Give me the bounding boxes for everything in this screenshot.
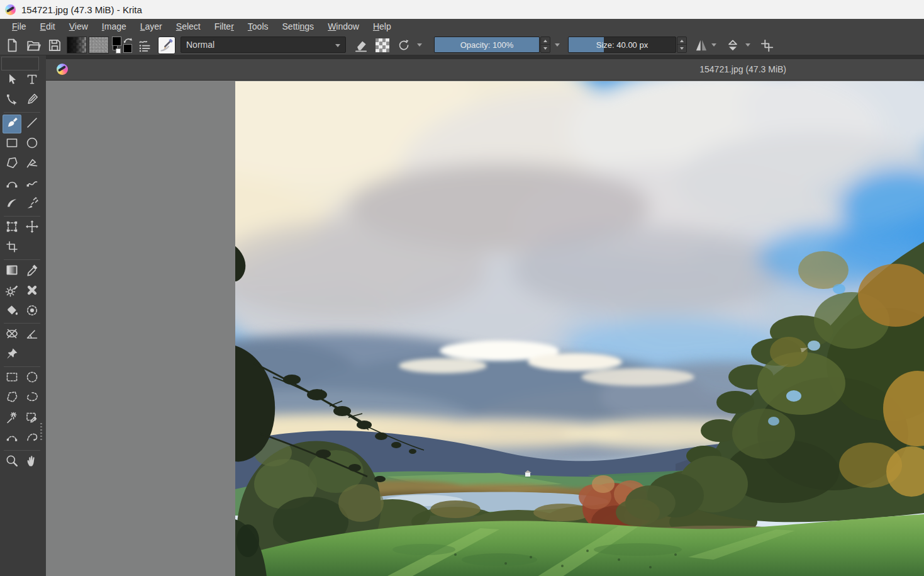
tool-assistants[interactable] bbox=[3, 325, 21, 344]
tool-text[interactable] bbox=[23, 71, 42, 90]
menu-edit[interactable]: Edit bbox=[33, 19, 62, 35]
menu-layer[interactable]: Layer bbox=[133, 19, 169, 35]
opacity-spin-up[interactable] bbox=[541, 37, 550, 45]
save-button[interactable] bbox=[47, 37, 63, 54]
size-spin-down[interactable] bbox=[677, 45, 686, 52]
tool-freehand-path[interactable] bbox=[23, 175, 42, 194]
foreground-background-colors[interactable] bbox=[111, 37, 133, 54]
mirror-vertical-button[interactable] bbox=[723, 37, 742, 54]
tool-dynamic-brush[interactable] bbox=[3, 195, 21, 214]
menu-tools[interactable]: Tools bbox=[241, 19, 276, 35]
tool-measure[interactable] bbox=[23, 325, 42, 344]
tool-select-shapes[interactable] bbox=[3, 71, 21, 90]
tool-gradient[interactable] bbox=[3, 262, 21, 281]
document-tab-bar: 154721.jpg (47.3 MiB) bbox=[46, 59, 924, 80]
move-icon bbox=[25, 220, 39, 236]
menu-filter[interactable]: Filter bbox=[208, 19, 241, 35]
tool-ellipse[interactable] bbox=[23, 135, 42, 154]
open-document-button[interactable] bbox=[25, 37, 42, 54]
opacity-spinner[interactable] bbox=[540, 37, 550, 53]
menu-window[interactable]: Window bbox=[321, 19, 366, 35]
brush-preset-button[interactable] bbox=[158, 37, 175, 54]
menu-help[interactable]: Help bbox=[366, 19, 398, 35]
gradient-swatch-button[interactable] bbox=[67, 37, 87, 54]
toolbox-group-separator bbox=[4, 323, 40, 324]
brush-settings-button[interactable] bbox=[136, 37, 153, 54]
size-spin-up[interactable] bbox=[677, 37, 686, 45]
tool-magnetic-select[interactable] bbox=[23, 429, 42, 448]
tool-rectangle[interactable] bbox=[3, 135, 21, 154]
reset-colors-white[interactable] bbox=[116, 48, 121, 54]
reload-preset-button[interactable] bbox=[396, 37, 412, 54]
tool-fill[interactable] bbox=[3, 302, 21, 321]
menu-file[interactable]: File bbox=[5, 19, 33, 35]
tool-ellipse-select[interactable] bbox=[23, 369, 42, 388]
bezier-select-icon bbox=[5, 431, 19, 447]
tool-zoom[interactable] bbox=[3, 453, 21, 472]
pattern-swatch-button[interactable] bbox=[89, 37, 109, 54]
brush-size-slider[interactable]: Size: 40.00 px bbox=[568, 37, 676, 53]
tool-pan[interactable] bbox=[23, 453, 42, 472]
tool-move[interactable] bbox=[23, 218, 42, 237]
polygon-icon bbox=[5, 156, 19, 172]
polygon-select-icon bbox=[5, 390, 19, 407]
brush-size-slider-label: Size: 40.00 px bbox=[569, 37, 676, 52]
tool-edit-shapes[interactable] bbox=[3, 91, 21, 110]
menu-view[interactable]: View bbox=[62, 19, 95, 35]
tool-polygon-select[interactable] bbox=[3, 389, 21, 408]
chevron-down-icon bbox=[335, 44, 340, 47]
opacity-slider[interactable]: Opacity: 100% bbox=[434, 37, 540, 53]
wrap-around-mode-button[interactable] bbox=[758, 37, 776, 54]
preserve-alpha-button[interactable] bbox=[376, 38, 389, 52]
toolbox-docker-header[interactable] bbox=[1, 57, 39, 71]
mirror-v-icon bbox=[725, 38, 740, 53]
reload-preset-chevron-icon[interactable] bbox=[417, 43, 422, 47]
menu-image[interactable]: Image bbox=[95, 19, 133, 35]
mirror-horizontal-chevron-icon[interactable] bbox=[711, 43, 716, 47]
brush-size-spinner[interactable] bbox=[677, 37, 687, 53]
foreground-color-swatch[interactable] bbox=[112, 37, 121, 46]
tool-bezier-curve[interactable] bbox=[3, 175, 21, 194]
menu-settings[interactable]: Settings bbox=[276, 19, 321, 35]
rectangle-icon bbox=[5, 136, 19, 152]
opacity-chevron-icon[interactable] bbox=[555, 43, 560, 47]
tool-contiguous-select[interactable] bbox=[3, 409, 21, 428]
tool-polyline[interactable] bbox=[23, 155, 42, 174]
tool-calligraphy[interactable] bbox=[23, 91, 42, 110]
mirror-vertical-chevron-icon[interactable] bbox=[745, 43, 750, 47]
tool-enclose-fill[interactable] bbox=[23, 302, 42, 321]
freehand-select-icon bbox=[25, 390, 39, 407]
tool-multibrush[interactable] bbox=[23, 195, 42, 214]
color-sampler-icon bbox=[25, 263, 39, 280]
docker-resize-grip[interactable] bbox=[40, 423, 42, 441]
tool-rect-select[interactable] bbox=[3, 369, 21, 388]
tool-line[interactable] bbox=[23, 115, 42, 133]
tool-bezier-select[interactable] bbox=[3, 429, 21, 448]
brush-settings-icon bbox=[137, 38, 152, 53]
tool-polygon[interactable] bbox=[3, 155, 21, 174]
krita-window: 154721.jpg (47.3 MiB) - Krita FileEditVi… bbox=[0, 0, 924, 576]
tool-smart-patch[interactable] bbox=[23, 282, 42, 301]
tool-colorize-mask[interactable] bbox=[3, 282, 21, 301]
tool-color-sampler[interactable] bbox=[23, 262, 42, 281]
mirror-horizontal-button[interactable] bbox=[693, 37, 710, 54]
tool-crop[interactable] bbox=[3, 239, 21, 257]
swap-colors-icon[interactable] bbox=[123, 36, 133, 45]
canvas-scroll-area bbox=[46, 80, 924, 576]
tool-similar-select[interactable] bbox=[23, 409, 42, 428]
canvas-image[interactable] bbox=[235, 81, 924, 576]
assistants-icon bbox=[5, 327, 19, 343]
background-color-swatch[interactable] bbox=[123, 44, 132, 53]
toolbox-group-separator bbox=[4, 112, 40, 113]
tool-transform[interactable] bbox=[3, 218, 21, 237]
menu-select[interactable]: Select bbox=[169, 19, 208, 35]
eraser-mode-button[interactable] bbox=[352, 37, 370, 54]
tool-freehand-brush[interactable] bbox=[3, 115, 21, 133]
tool-freehand-select[interactable] bbox=[23, 389, 42, 408]
freehand-path-icon bbox=[25, 176, 39, 193]
tool-reference-images[interactable] bbox=[3, 346, 21, 364]
new-document-button[interactable] bbox=[4, 37, 20, 54]
blending-mode-select[interactable]: Normal bbox=[181, 37, 346, 53]
eraser-icon bbox=[353, 38, 369, 53]
opacity-spin-down[interactable] bbox=[541, 45, 550, 52]
